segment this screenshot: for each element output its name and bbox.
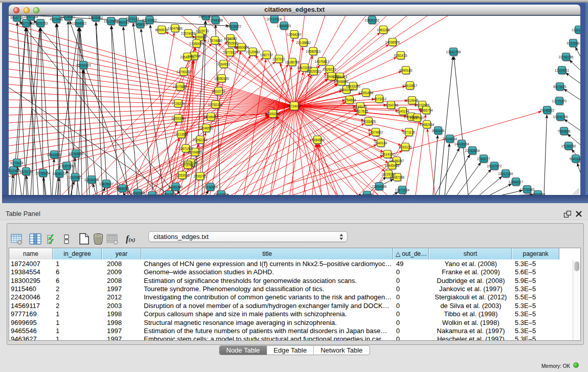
svg-text:17082668: 17082668	[130, 191, 145, 195]
svg-text:10156287: 10156287	[389, 159, 404, 163]
svg-text:22114694: 22114694	[443, 137, 458, 141]
svg-text:5977931: 5977931	[223, 51, 236, 54]
svg-text:17606962: 17606962	[89, 16, 103, 19]
svg-text:2140194: 2140194	[396, 110, 409, 113]
svg-text:21468026: 21468026	[133, 23, 148, 26]
svg-text:14528972: 14528972	[227, 25, 242, 28]
svg-text:5479144: 5479144	[126, 17, 139, 20]
svg-text:5408072: 5408072	[53, 172, 66, 176]
svg-text:16550190: 16550190	[214, 77, 229, 80]
svg-text:1527021: 1527021	[272, 57, 286, 61]
svg-text:11321324: 11321324	[572, 28, 580, 32]
svg-text:17574680: 17574680	[208, 39, 223, 42]
svg-text:11264748: 11264748	[384, 103, 399, 107]
svg-text:12770370: 12770370	[552, 99, 567, 103]
svg-text:15292423: 15292423	[76, 63, 91, 67]
svg-text:12762152: 12762152	[208, 103, 223, 106]
svg-text:14672073: 14672073	[297, 66, 312, 70]
svg-text:19096526: 19096526	[385, 40, 400, 44]
svg-text:20971901: 20971901	[179, 147, 193, 150]
svg-text:13860684: 13860684	[234, 46, 249, 49]
svg-text:11833230: 11833230	[346, 84, 361, 88]
svg-text:2626229: 2626229	[323, 68, 336, 71]
svg-text:20262249: 20262249	[193, 138, 208, 142]
svg-text:19047886: 19047886	[168, 27, 183, 30]
svg-text:20841097: 20841097	[339, 88, 354, 92]
svg-text:18517169: 18517169	[498, 172, 513, 176]
svg-text:11839607: 11839607	[99, 182, 114, 186]
svg-text:19557567: 19557567	[410, 116, 425, 120]
svg-text:1352896: 1352896	[225, 41, 238, 45]
svg-text:2795765: 2795765	[193, 174, 207, 178]
svg-text:8099076: 8099076	[155, 28, 168, 32]
svg-text:9164991: 9164991	[217, 62, 230, 66]
svg-text:18961380: 18961380	[199, 16, 213, 18]
svg-text:6960453: 6960453	[116, 20, 129, 24]
svg-text:14443951: 14443951	[47, 153, 62, 157]
svg-text:12710343: 12710343	[520, 188, 535, 191]
svg-text:12320821: 12320821	[68, 176, 83, 179]
svg-text:11871534: 11871534	[395, 188, 410, 192]
svg-text:11110460: 11110460	[9, 169, 20, 172]
svg-text:5918715: 5918715	[10, 16, 24, 19]
svg-text:15007072: 15007072	[487, 164, 502, 168]
svg-text:16455324: 16455324	[145, 194, 160, 195]
svg-text:18910817: 18910817	[403, 84, 418, 87]
svg-text:19445465: 19445465	[385, 164, 400, 167]
svg-text:6855396: 6855396	[171, 117, 185, 120]
svg-text:4117625: 4117625	[356, 110, 368, 113]
svg-text:21204885: 21204885	[188, 150, 203, 154]
svg-text:5041154: 5041154	[570, 157, 580, 161]
svg-text:2785277: 2785277	[477, 157, 490, 161]
svg-text:18487336: 18487336	[390, 176, 405, 179]
svg-text:20048622: 20048622	[540, 108, 555, 112]
svg-text:20785264: 20785264	[36, 171, 51, 175]
svg-text:12646552: 12646552	[199, 126, 214, 130]
svg-text:12351868: 12351868	[359, 91, 374, 95]
svg-text:11694522: 11694522	[72, 21, 87, 25]
svg-text:10192619: 10192619	[203, 185, 218, 189]
svg-text:18724007: 18724007	[287, 104, 302, 108]
svg-text:15159230: 15159230	[561, 144, 576, 148]
svg-text:11737893: 11737893	[181, 163, 195, 167]
svg-text:20377039: 20377039	[19, 21, 34, 25]
svg-text:14374922: 14374922	[368, 130, 383, 134]
svg-text:8633773: 8633773	[212, 90, 225, 93]
svg-text:12564217: 12564217	[509, 180, 524, 184]
svg-text:22783604: 22783604	[465, 149, 480, 152]
svg-text:12741438: 12741438	[208, 18, 223, 22]
svg-text:7640184: 7640184	[374, 141, 387, 145]
svg-text:9519948: 9519948	[405, 99, 419, 102]
svg-text:1987737: 1987737	[260, 53, 273, 57]
svg-text:19580513: 19580513	[306, 50, 321, 53]
svg-text:7754864: 7754864	[343, 98, 356, 102]
svg-text:8999183: 8999183	[399, 69, 412, 72]
svg-text:9153566: 9153566	[567, 41, 580, 45]
svg-text:4191175: 4191175	[354, 105, 367, 108]
svg-text:10326765: 10326765	[553, 115, 568, 119]
svg-text:1666754: 1666754	[420, 108, 433, 112]
svg-text:16700828: 16700828	[69, 152, 83, 156]
svg-text:11921859: 11921859	[214, 193, 229, 195]
svg-text:17852574: 17852574	[162, 193, 177, 195]
svg-text:1981186: 1981186	[377, 28, 390, 32]
svg-text:13594297: 13594297	[287, 33, 302, 36]
svg-text:19281590: 19281590	[168, 185, 183, 189]
svg-text:18075854: 18075854	[173, 85, 188, 89]
svg-text:11525206: 11525206	[84, 178, 99, 182]
svg-text:12253031: 12253031	[175, 173, 190, 177]
svg-text:22642731: 22642731	[180, 55, 195, 59]
svg-text:6261415: 6261415	[394, 54, 407, 57]
svg-text:20737414: 20737414	[267, 17, 282, 21]
svg-text:21820753: 21820753	[33, 21, 48, 25]
svg-text:17033426: 17033426	[361, 120, 376, 123]
svg-text:9375710: 9375710	[19, 170, 33, 173]
svg-text:17835373: 17835373	[333, 75, 347, 79]
svg-text:14673212: 14673212	[372, 97, 387, 101]
svg-text:18300295: 18300295	[266, 112, 280, 116]
svg-text:17350099: 17350099	[189, 42, 204, 46]
svg-text:14076817: 14076817	[315, 60, 330, 63]
svg-text:21269037: 21269037	[192, 35, 207, 39]
svg-text:10120642: 10120642	[246, 50, 260, 54]
svg-text:19482934: 19482934	[420, 123, 434, 126]
